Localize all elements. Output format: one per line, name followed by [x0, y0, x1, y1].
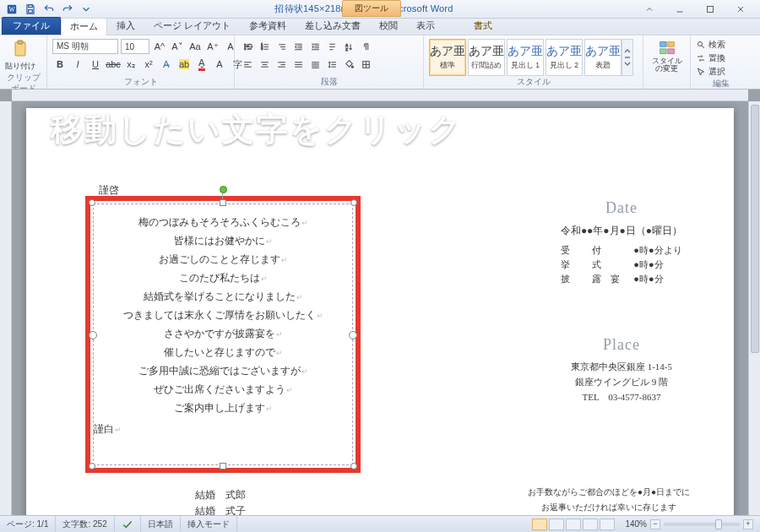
closing-keihaku[interactable]: 謹白	[94, 423, 344, 436]
textbox-frame[interactable]: 梅のつぼみもそろそろふくらむころ皆様にはお健やかにお過ごしのことと存じますこのた…	[93, 204, 353, 465]
font-size-combo[interactable]: 10	[121, 39, 149, 54]
style-thumb[interactable]: あア亜表題	[584, 39, 622, 76]
vertical-scrollbar[interactable]	[748, 101, 760, 515]
zoom-out-button[interactable]: −	[650, 519, 660, 529]
view-full-screen[interactable]	[549, 518, 564, 530]
vertical-ruler[interactable]	[0, 101, 12, 515]
place-block[interactable]: Place 東京都中央区銀座 1-14-5 銀座ウイングビル 9 階 TEL 0…	[524, 336, 719, 406]
view-print-layout[interactable]	[532, 518, 547, 530]
align-right-button[interactable]	[274, 57, 289, 72]
resize-handle-br[interactable]	[350, 463, 357, 470]
tab-mailings[interactable]: 差し込み文書	[296, 17, 370, 35]
tab-format[interactable]: 書式	[464, 17, 502, 35]
asian-layout-button[interactable]	[324, 39, 339, 54]
style-thumb[interactable]: あア亜標準	[429, 39, 466, 76]
resize-handle-tr[interactable]	[350, 199, 357, 206]
line-spacing-button[interactable]	[324, 57, 339, 72]
zoom-in-button[interactable]: +	[743, 519, 753, 529]
rotation-handle[interactable]	[220, 186, 227, 193]
resize-handle-t[interactable]	[220, 199, 226, 206]
change-case-button[interactable]: Aa	[187, 39, 203, 54]
numbering-button[interactable]: 123	[257, 39, 272, 54]
increase-indent-button[interactable]	[307, 39, 323, 54]
text-effects-button[interactable]: A̶	[159, 57, 174, 72]
close-icon[interactable]	[730, 1, 752, 18]
highlight-button[interactable]: ab	[176, 57, 192, 72]
place-building[interactable]: 銀座ウイングビル 9 階	[524, 376, 719, 388]
body-line[interactable]: ご案内申し上げます	[174, 402, 273, 415]
body-line[interactable]: 梅のつぼみもそろそろふくらむころ	[138, 216, 308, 229]
zoom-slider[interactable]	[664, 523, 740, 526]
view-web-layout[interactable]	[566, 518, 581, 530]
subscript-button[interactable]: x₂	[123, 57, 138, 72]
font-color-button[interactable]: A̱	[194, 57, 209, 72]
selected-textbox[interactable]: 梅のつぼみもそろそろふくらむころ皆様にはお健やかにお過ごしのことと存じますこのた…	[85, 196, 361, 473]
multilevel-list-button[interactable]	[274, 39, 289, 54]
select-button[interactable]: 選択	[696, 66, 725, 78]
view-draft[interactable]	[600, 518, 615, 530]
maximize-icon[interactable]	[699, 1, 721, 18]
borders-button[interactable]	[358, 57, 373, 72]
horizontal-ruler[interactable]	[12, 90, 748, 101]
textbox-body[interactable]: 梅のつぼみもそろそろふくらむころ皆様にはお健やかにお過ごしのことと存じますこのた…	[94, 204, 352, 420]
sort-button[interactable]: AZ	[341, 39, 356, 54]
status-word-count[interactable]: 文字数: 252	[56, 516, 114, 532]
status-language[interactable]: 日本語	[141, 516, 181, 532]
minimize-icon[interactable]	[669, 1, 691, 18]
font-name-combo[interactable]: MS 明朝	[52, 39, 118, 54]
styles-gallery[interactable]: あア亜標準あア亜行間詰めあア亜見出し 1あア亜見出し 2あア亜表題	[429, 39, 622, 76]
find-button[interactable]: 検索	[696, 39, 725, 51]
decrease-indent-button[interactable]	[290, 39, 306, 54]
view-outline[interactable]	[583, 518, 598, 530]
phonetic-guide-button[interactable]: A⁺	[205, 39, 220, 54]
document-page[interactable]: 謹啓 梅のつぼみもそろそろふくらむころ皆様にはお健やかにお過ごしのことと存じます…	[26, 108, 734, 515]
status-insert-mode[interactable]: 挿入モード	[181, 516, 237, 532]
names-block[interactable]: 結婚 式郎 結婚 式子	[195, 486, 246, 515]
bold-button[interactable]: B	[52, 57, 68, 72]
body-line[interactable]: ご多用中誠に恐縮ではございますが	[138, 365, 308, 377]
tab-page-layout[interactable]: ページ レイアウト	[144, 17, 240, 35]
qat-more-icon[interactable]	[79, 3, 93, 16]
body-line[interactable]: このたび私たちは	[179, 272, 268, 285]
schedule-table[interactable]: 受付●時●分より 挙式●時●分 披露 宴●時●分	[554, 243, 688, 286]
zoom-slider-knob[interactable]	[715, 519, 722, 529]
resize-handle-tl[interactable]	[89, 199, 95, 206]
groom-name[interactable]: 結婚 式郎	[195, 488, 246, 502]
date-block[interactable]: Date 令和●●年●月●日（●曜日） 受付●時●分より 挙式●時●分 披露 宴…	[524, 199, 719, 286]
tab-references[interactable]: 参考資料	[240, 17, 296, 35]
justify-button[interactable]	[290, 57, 306, 72]
change-styles-button[interactable]: スタイルの変更	[649, 39, 685, 73]
grow-font-button[interactable]: A^	[152, 39, 167, 54]
bullets-button[interactable]	[240, 39, 255, 54]
tab-file[interactable]: ファイル	[2, 17, 61, 35]
redo-icon[interactable]	[61, 3, 74, 16]
char-shading-button[interactable]: A	[212, 57, 227, 72]
resize-handle-bl[interactable]	[89, 463, 95, 470]
resize-handle-b[interactable]	[220, 463, 226, 470]
styles-gallery-more[interactable]	[622, 39, 633, 76]
tab-home[interactable]: ホーム	[61, 18, 107, 35]
paste-button[interactable]: 貼り付け	[5, 39, 35, 72]
italic-button[interactable]: I	[70, 57, 85, 72]
shrink-font-button[interactable]: A˅	[170, 39, 185, 54]
body-line[interactable]: 催したいと存じますので	[164, 346, 283, 359]
replace-button[interactable]: 置換	[696, 52, 725, 64]
underline-button[interactable]: U	[88, 57, 103, 72]
body-line[interactable]: 皆様にはお健やかに	[174, 235, 273, 247]
zoom-value[interactable]: 140%	[625, 519, 647, 529]
status-page[interactable]: ページ: 1/1	[0, 516, 56, 532]
scrollbar-thumb[interactable]	[751, 105, 759, 353]
tab-review[interactable]: 校閲	[370, 17, 407, 35]
distributed-button[interactable]	[307, 57, 323, 72]
date-line[interactable]: 令和●●年●月●日（●曜日）	[524, 224, 719, 238]
place-address[interactable]: 東京都中央区銀座 1-14-5	[524, 361, 719, 373]
strikethrough-button[interactable]: abc	[106, 57, 121, 72]
body-line[interactable]: お過ごしのことと存じます	[159, 253, 288, 266]
body-line[interactable]: ぜひご出席くださいますよう	[154, 383, 293, 396]
show-marks-button[interactable]	[358, 39, 373, 54]
undo-icon[interactable]	[42, 3, 56, 16]
rsvp-note[interactable]: お手数ながらご都合のほどを●月●日までに お返事いただければ幸いに存じます	[491, 485, 727, 515]
place-tel[interactable]: TEL 03-4577-8637	[524, 391, 719, 404]
style-thumb[interactable]: あア亜行間詰め	[468, 39, 505, 76]
align-left-button[interactable]	[240, 57, 255, 72]
